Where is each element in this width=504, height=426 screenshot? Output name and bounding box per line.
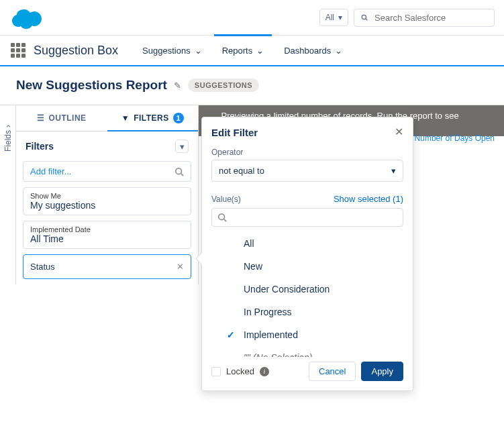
search-input[interactable] <box>374 13 487 23</box>
filter-show-me[interactable]: Show Me My suggestions <box>23 187 191 215</box>
svg-line-5 <box>224 219 227 222</box>
edit-title-icon[interactable]: ✎ <box>174 81 181 91</box>
svg-line-3 <box>181 173 184 176</box>
page-title: New Suggestions Report <box>16 78 167 93</box>
filter-status[interactable]: Status ✕ <box>23 254 191 279</box>
filter-icon: ▼ <box>121 113 130 123</box>
column-header-days-open[interactable]: Number of Days Open <box>409 128 500 148</box>
cancel-button[interactable]: Cancel <box>309 362 356 381</box>
filters-heading: Filters <box>26 141 54 152</box>
popover-title: Edit Filter <box>211 127 403 138</box>
values-label: Value(s) <box>211 195 241 204</box>
svg-line-1 <box>366 19 368 21</box>
operator-label: Operator <box>211 148 403 157</box>
search-icon <box>217 213 227 222</box>
tab-outline[interactable]: ☰ OUTLINE <box>16 105 107 131</box>
value-option-new[interactable]: New <box>211 255 403 278</box>
chevron-down-icon: ⌄ <box>256 46 264 56</box>
svg-point-0 <box>362 15 366 19</box>
chevron-down-icon: ▾ <box>391 166 396 176</box>
chevron-down-icon: ⌄ <box>335 46 342 56</box>
search-icon <box>361 13 368 22</box>
search-scope-dropdown[interactable]: All ▾ <box>319 9 348 26</box>
app-launcher-icon[interactable] <box>11 43 26 58</box>
outline-icon: ☰ <box>37 113 45 123</box>
salesforce-logo <box>9 5 46 30</box>
svg-point-2 <box>176 168 182 174</box>
chevron-down-icon: ⌄ <box>195 46 202 56</box>
add-filter-input[interactable]: Add filter... <box>23 161 191 182</box>
locked-label: Locked <box>226 366 254 376</box>
close-popover-button[interactable]: ✕ <box>395 125 403 138</box>
edit-filter-popover: Edit Filter ✕ Operator not equal to ▾ Va… <box>201 117 413 391</box>
filter-implemented-date[interactable]: Implemented Date All Time <box>23 221 191 249</box>
info-icon[interactable]: i <box>260 367 269 376</box>
remove-filter-icon[interactable]: ✕ <box>177 262 184 272</box>
operator-select[interactable]: not equal to ▾ <box>211 160 403 182</box>
search-icon <box>174 167 184 176</box>
values-search-input[interactable] <box>211 208 403 227</box>
svg-point-4 <box>219 214 225 220</box>
nav-reports[interactable]: Reports⌄ <box>214 35 272 66</box>
app-name: Suggestion Box <box>34 44 118 58</box>
value-option-all[interactable]: All <box>211 232 403 255</box>
nav-suggestions[interactable]: Suggestions⌄ <box>134 35 210 66</box>
value-option-implemented[interactable]: ✓Implemented <box>211 323 403 346</box>
check-icon: ✓ <box>225 329 237 340</box>
chevron-down-icon: ▾ <box>338 13 342 22</box>
nav-dashboards[interactable]: Dashboards⌄ <box>276 35 350 66</box>
search-scope-value: All <box>325 13 334 22</box>
tab-filters[interactable]: ▼ FILTERS 1 <box>107 105 199 131</box>
fields-rail-toggle[interactable]: Fields › <box>3 125 13 152</box>
filter-count-badge: 1 <box>173 113 184 123</box>
value-option-under-consideration[interactable]: Under Consideration <box>211 278 403 301</box>
locked-checkbox[interactable] <box>211 367 221 376</box>
show-selected-link[interactable]: Show selected (1) <box>334 194 403 204</box>
values-option-list: All New Under Consideration In Progress … <box>211 232 403 357</box>
apply-button[interactable]: Apply <box>361 362 403 381</box>
global-search[interactable] <box>354 9 495 27</box>
value-option-in-progress[interactable]: In Progress <box>211 301 403 323</box>
report-type-tag: SUGGESTIONS <box>188 78 259 92</box>
chevron-right-icon: › <box>3 125 13 127</box>
value-option-no-selection[interactable]: "" (No Selection) <box>211 346 403 357</box>
filters-menu-dropdown[interactable]: ▾ <box>175 140 189 153</box>
